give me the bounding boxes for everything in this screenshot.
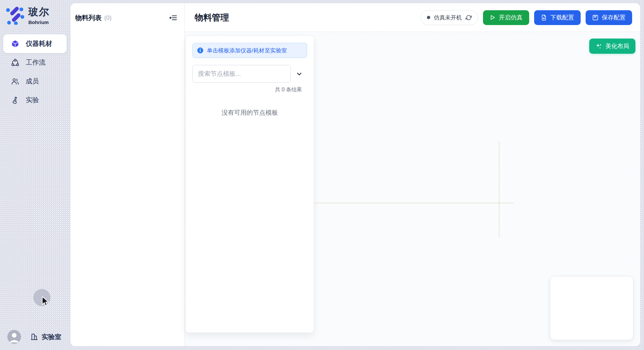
lab-label: 实验室: [42, 333, 61, 341]
sidebar-item-label: 成员: [26, 77, 39, 86]
brand-name: 玻尔 Bohrium: [28, 5, 49, 25]
beautify-layout-button[interactable]: 美化布局: [589, 39, 635, 54]
sidebar-item-members[interactable]: 成员: [3, 72, 67, 91]
template-search-input[interactable]: [192, 65, 291, 83]
canvas-guide-vertical: [499, 142, 499, 237]
start-simulation-button[interactable]: 开启仿真: [483, 10, 529, 25]
file-download-icon: [541, 15, 547, 21]
sidebar-item-label: 实验: [26, 96, 39, 104]
download-config-button[interactable]: 下载配置: [534, 10, 581, 25]
flow-canvas[interactable]: 单击模板添加仪器/耗材至实验室 共 0 条结果 没有可用的节点模板: [185, 32, 640, 346]
workflow-icon: [11, 59, 19, 67]
page-title: 物料管理: [195, 12, 229, 23]
sidebar-item-workflow[interactable]: 工作流: [3, 53, 67, 72]
template-search-row: [192, 65, 307, 83]
materials-list-title: 物料列表: [75, 14, 102, 22]
save-icon: [592, 15, 598, 21]
sidebar-item-label: 工作流: [26, 58, 46, 67]
minimap-panel[interactable]: [550, 276, 633, 340]
materials-count-badge: (0): [104, 15, 112, 21]
sidebar-nav: 仪器耗材 工作流: [3, 34, 67, 109]
materials-panel-header: 物料列表 (0): [71, 3, 184, 22]
sidebar-item-instruments[interactable]: 仪器耗材: [3, 34, 67, 53]
lab-switcher[interactable]: 实验室: [30, 333, 61, 341]
sidebar-item-experiment[interactable]: 实验: [3, 91, 67, 109]
play-icon: [490, 15, 496, 20]
refresh-icon[interactable]: [466, 15, 472, 21]
simulation-status-chip[interactable]: 仿真未开机: [421, 10, 478, 25]
content-shell: 物料列表 (0) 物料管理 仿真未开机: [71, 3, 640, 346]
cube-icon: [11, 40, 19, 48]
template-hint-banner: 单击模板添加仪器/耗材至实验室: [192, 43, 307, 58]
start-simulation-label: 开启仿真: [499, 14, 523, 21]
status-dot: [427, 16, 430, 19]
template-panel: 单击模板添加仪器/耗材至实验室 共 0 条结果 没有可用的节点模板: [185, 35, 314, 333]
brand-name-cn: 玻尔: [28, 5, 49, 19]
brand-logo: 玻尔 Bohrium: [5, 5, 49, 25]
download-config-label: 下载配置: [550, 14, 574, 21]
user-avatar-icon[interactable]: [7, 330, 21, 344]
indent-collapse-icon[interactable]: [169, 13, 178, 22]
main-header: 物料管理 仿真未开机: [185, 3, 640, 32]
header-actions: 仿真未开机: [421, 10, 632, 25]
sparkles-icon: [596, 43, 602, 49]
canvas-guide-horizontal: [314, 203, 513, 203]
save-config-label: 保存配置: [602, 14, 626, 21]
building-icon: [30, 333, 38, 341]
results-count: 共 0 条结果: [192, 86, 307, 93]
sidebar-item-label: 仪器耗材: [26, 39, 52, 48]
app-root: 玻尔 Bohrium 仪器耗材: [0, 0, 644, 350]
template-hint-text: 单击模板添加仪器/耗材至实验室: [207, 47, 287, 54]
chevron-down-icon[interactable]: [295, 69, 304, 78]
brand-name-en: Bohrium: [28, 19, 49, 25]
empty-templates-message: 没有可用的节点模板: [192, 108, 307, 117]
members-icon: [11, 77, 19, 85]
save-config-button[interactable]: 保存配置: [586, 10, 632, 25]
experiment-icon: [11, 96, 19, 104]
status-label: 仿真未开机: [434, 14, 462, 21]
sidebar: 玻尔 Bohrium 仪器耗材: [0, 0, 71, 350]
materials-list-panel: 物料列表 (0): [71, 3, 185, 346]
bohrium-logo-icon: [5, 6, 24, 25]
info-icon: [197, 47, 204, 54]
main-column: 物料管理 仿真未开机: [185, 3, 640, 346]
mouse-cursor: [41, 296, 50, 307]
beautify-layout-label: 美化布局: [605, 42, 629, 50]
sidebar-footer: 实验室: [0, 328, 71, 345]
